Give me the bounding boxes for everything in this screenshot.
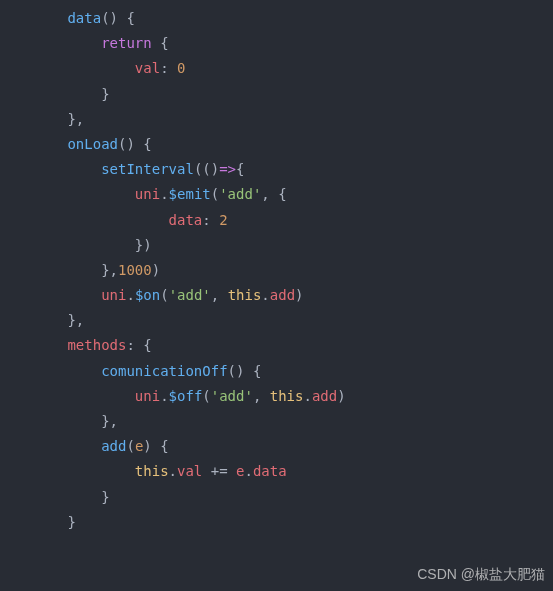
code-line: methods: {: [0, 337, 152, 353]
code-line: }: [0, 514, 76, 530]
code-line: },: [0, 111, 84, 127]
code-block: data() { return { val: 0 } }, onLoad() {…: [0, 0, 553, 535]
code-line: setInterval(()=>{: [0, 161, 244, 177]
code-line: uni.$off('add', this.add): [0, 388, 346, 404]
code-line: add(e) {: [0, 438, 169, 454]
code-line: data: 2: [0, 212, 228, 228]
code-line: }: [0, 86, 110, 102]
code-line: }: [0, 489, 110, 505]
code-line: return {: [0, 35, 169, 51]
code-line: },: [0, 413, 118, 429]
code-line: },1000): [0, 262, 160, 278]
code-line: uni.$on('add', this.add): [0, 287, 304, 303]
watermark-text: CSDN @椒盐大肥猫: [417, 562, 545, 587]
code-line: data() {: [0, 10, 135, 26]
code-line: val: 0: [0, 60, 185, 76]
code-line: this.val += e.data: [0, 463, 287, 479]
code-line: comunicationOff() {: [0, 363, 261, 379]
code-line: },: [0, 312, 84, 328]
code-line: uni.$emit('add', {: [0, 186, 287, 202]
code-line: }): [0, 237, 152, 253]
code-line: onLoad() {: [0, 136, 152, 152]
